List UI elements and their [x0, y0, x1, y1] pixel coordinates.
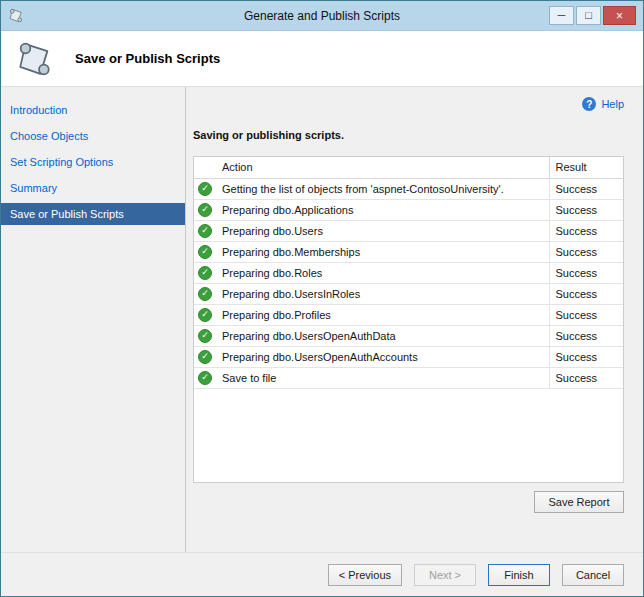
table-row[interactable]: ✓Preparing dbo.ProfilesSuccess: [194, 304, 623, 325]
wizard-header: Save or Publish Scripts: [1, 31, 643, 87]
minimize-button[interactable]: ─: [549, 6, 574, 25]
row-status-cell: ✓: [194, 346, 216, 367]
success-check-icon: ✓: [198, 224, 212, 238]
table-header-row: Action Result: [194, 157, 623, 178]
table-row[interactable]: ✓Preparing dbo.UsersOpenAuthAccountsSucc…: [194, 346, 623, 367]
action-cell: Preparing dbo.Users: [216, 220, 549, 241]
success-check-icon: ✓: [198, 203, 212, 217]
action-cell: Save to file: [216, 367, 549, 388]
row-status-cell: ✓: [194, 178, 216, 199]
success-check-icon: ✓: [198, 266, 212, 280]
result-cell: Success: [549, 304, 623, 325]
success-check-icon: ✓: [198, 287, 212, 301]
success-check-icon: ✓: [198, 350, 212, 364]
cancel-button[interactable]: Cancel: [562, 564, 624, 586]
close-button[interactable]: ×: [603, 6, 636, 25]
row-status-cell: ✓: [194, 199, 216, 220]
result-cell: Success: [549, 283, 623, 304]
table-row[interactable]: ✓Preparing dbo.ApplicationsSuccess: [194, 199, 623, 220]
table-row[interactable]: ✓Preparing dbo.UsersOpenAuthDataSuccess: [194, 325, 623, 346]
footer-bar: < Previous Next > Finish Cancel: [1, 552, 643, 596]
minimize-icon: ─: [558, 10, 566, 21]
result-cell: Success: [549, 367, 623, 388]
result-cell: Success: [549, 241, 623, 262]
sidebar-item-summary[interactable]: Summary: [1, 177, 185, 199]
previous-button[interactable]: < Previous: [328, 564, 402, 586]
result-cell: Success: [549, 262, 623, 283]
success-check-icon: ✓: [198, 182, 212, 196]
result-cell: Success: [549, 220, 623, 241]
results-table-body: ✓Getting the list of objects from 'aspne…: [194, 178, 623, 388]
table-row[interactable]: ✓Getting the list of objects from 'aspne…: [194, 178, 623, 199]
success-check-icon: ✓: [198, 308, 212, 322]
result-cell: Success: [549, 325, 623, 346]
sidebar-item-choose-objects[interactable]: Choose Objects: [1, 125, 185, 147]
main-panel: ? Help Saving or publishing scripts. Act…: [186, 87, 643, 552]
action-cell: Preparing dbo.UsersOpenAuthData: [216, 325, 549, 346]
column-header-action: Action: [194, 157, 549, 178]
wizard-body: IntroductionChoose ObjectsSet Scripting …: [1, 87, 643, 552]
status-text: Saving or publishing scripts.: [193, 129, 624, 141]
app-scroll-icon: [8, 7, 25, 24]
column-header-result: Result: [549, 157, 623, 178]
action-cell: Preparing dbo.Roles: [216, 262, 549, 283]
row-status-cell: ✓: [194, 283, 216, 304]
finish-button[interactable]: Finish: [488, 564, 550, 586]
sidebar-item-save-or-publish-scripts[interactable]: Save or Publish Scripts: [1, 203, 185, 225]
maximize-icon: □: [585, 10, 592, 21]
sidebar-nav: IntroductionChoose ObjectsSet Scripting …: [1, 87, 186, 552]
action-cell: Preparing dbo.Memberships: [216, 241, 549, 262]
action-cell: Preparing dbo.UsersInRoles: [216, 283, 549, 304]
window-controls: ─ □ ×: [549, 6, 643, 25]
wizard-window: Generate and Publish Scripts ─ □ × Save …: [0, 0, 644, 597]
titlebar: Generate and Publish Scripts ─ □ ×: [1, 1, 643, 31]
table-row[interactable]: ✓Preparing dbo.UsersInRolesSuccess: [194, 283, 623, 304]
table-row[interactable]: ✓Preparing dbo.UsersSuccess: [194, 220, 623, 241]
sidebar-item-set-scripting-options[interactable]: Set Scripting Options: [1, 151, 185, 173]
action-cell: Preparing dbo.Profiles: [216, 304, 549, 325]
row-status-cell: ✓: [194, 304, 216, 325]
success-check-icon: ✓: [198, 371, 212, 385]
next-button: Next >: [414, 564, 476, 586]
window-title: Generate and Publish Scripts: [1, 9, 643, 23]
result-cell: Success: [549, 346, 623, 367]
row-status-cell: ✓: [194, 325, 216, 346]
help-link[interactable]: ? Help: [582, 97, 624, 111]
page-title: Save or Publish Scripts: [75, 51, 220, 66]
sidebar-item-introduction[interactable]: Introduction: [1, 99, 185, 121]
script-scroll-icon: [15, 38, 57, 80]
save-report-button[interactable]: Save Report: [534, 491, 624, 513]
success-check-icon: ✓: [198, 329, 212, 343]
table-row[interactable]: ✓Preparing dbo.MembershipsSuccess: [194, 241, 623, 262]
result-cell: Success: [549, 199, 623, 220]
help-label: Help: [601, 98, 624, 110]
row-status-cell: ✓: [194, 220, 216, 241]
table-row[interactable]: ✓Save to fileSuccess: [194, 367, 623, 388]
result-cell: Success: [549, 178, 623, 199]
maximize-button[interactable]: □: [576, 6, 601, 25]
action-cell: Preparing dbo.UsersOpenAuthAccounts: [216, 346, 549, 367]
save-report-row: Save Report: [193, 491, 624, 513]
help-row: ? Help: [193, 97, 624, 111]
row-status-cell: ✓: [194, 241, 216, 262]
row-status-cell: ✓: [194, 262, 216, 283]
action-cell: Preparing dbo.Applications: [216, 199, 549, 220]
help-icon: ?: [582, 97, 596, 111]
results-panel: Action Result ✓Getting the list of objec…: [193, 156, 624, 483]
close-icon: ×: [616, 10, 623, 22]
row-status-cell: ✓: [194, 367, 216, 388]
action-cell: Getting the list of objects from 'aspnet…: [216, 178, 549, 199]
table-row[interactable]: ✓Preparing dbo.RolesSuccess: [194, 262, 623, 283]
results-table: Action Result ✓Getting the list of objec…: [194, 157, 623, 389]
success-check-icon: ✓: [198, 245, 212, 259]
